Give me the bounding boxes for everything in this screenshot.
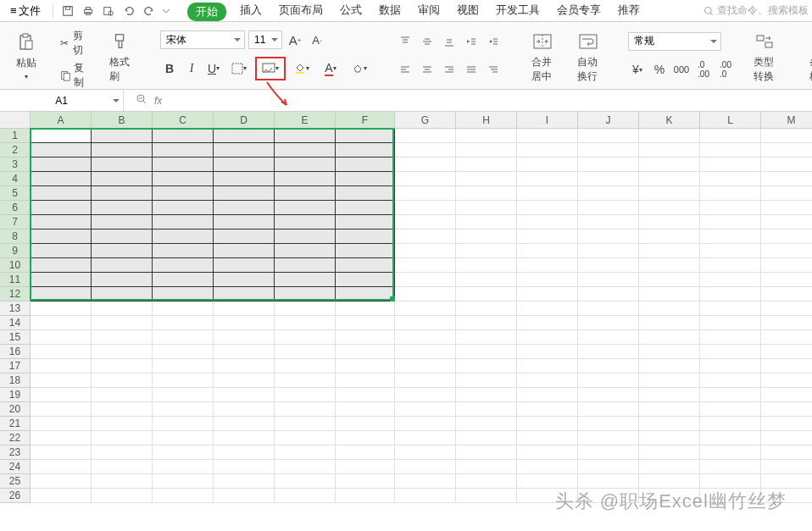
cell[interactable] [214,388,275,402]
font-size-select[interactable]: 11 [248,30,282,49]
align-right-button[interactable] [440,60,459,79]
cell[interactable] [153,273,214,287]
cell[interactable] [336,417,395,431]
cell[interactable] [456,258,517,273]
cell[interactable] [153,489,214,503]
row-header[interactable]: 11 [0,273,31,287]
cell[interactable] [456,359,517,373]
cell[interactable] [275,258,336,273]
justify-button[interactable] [462,60,481,79]
fill-color-button[interactable]: ▾ [289,59,314,78]
cell[interactable] [92,417,153,431]
cut-button[interactable]: ✂剪切 [56,27,91,59]
cell[interactable] [153,230,214,244]
cell[interactable] [456,186,517,201]
cell[interactable] [700,388,761,402]
cell[interactable] [336,201,395,215]
cell[interactable] [578,345,639,359]
cell[interactable] [31,273,92,287]
cell[interactable] [517,230,578,244]
cell[interactable] [31,301,92,316]
cell[interactable] [336,431,395,445]
cell[interactable] [92,460,153,474]
cell[interactable] [214,417,275,431]
cell[interactable] [31,431,92,445]
cell[interactable] [517,143,578,158]
cell[interactable] [92,172,153,186]
cell[interactable] [92,215,153,230]
cell[interactable] [395,373,456,388]
cell[interactable] [214,460,275,474]
cell[interactable] [761,373,812,388]
cell[interactable] [456,388,517,402]
cell[interactable] [639,244,700,258]
cell[interactable] [395,417,456,431]
cell[interactable] [31,316,92,330]
tab-start[interactable]: 开始 [187,3,226,21]
cell[interactable] [456,373,517,388]
cell[interactable] [456,201,517,215]
cell[interactable] [761,431,812,445]
cell[interactable] [153,287,214,301]
cell[interactable] [700,402,761,417]
underline-button[interactable]: U▾ [204,59,223,78]
cell[interactable] [761,402,812,417]
cell[interactable] [31,129,92,143]
cell[interactable] [31,445,92,460]
cell[interactable] [639,186,700,201]
row-header[interactable]: 22 [0,431,31,445]
cell[interactable] [92,258,153,273]
cell[interactable] [275,316,336,330]
cell[interactable] [700,215,761,230]
cell[interactable] [517,373,578,388]
cell[interactable] [700,460,761,474]
cell[interactable] [578,244,639,258]
cell[interactable] [31,417,92,431]
cell[interactable] [456,445,517,460]
cell[interactable] [700,129,761,143]
cell[interactable] [153,445,214,460]
formula-input[interactable] [174,90,812,111]
cell[interactable] [153,143,214,158]
align-middle-button[interactable] [418,32,437,51]
cell[interactable] [214,244,275,258]
cell[interactable] [275,158,336,172]
cell[interactable] [395,186,456,201]
cell[interactable] [639,359,700,373]
cell[interactable] [92,129,153,143]
cell[interactable] [639,345,700,359]
cell[interactable] [456,489,517,503]
cell[interactable] [761,143,812,158]
cell[interactable] [395,301,456,316]
cell[interactable] [517,330,578,345]
cell[interactable] [700,474,761,489]
cell[interactable] [336,273,395,287]
cell[interactable] [456,158,517,172]
percent-button[interactable]: % [650,60,669,79]
row-header[interactable]: 16 [0,345,31,359]
copy-button[interactable]: 复制 [56,59,91,91]
cell[interactable] [336,186,395,201]
cell[interactable] [395,445,456,460]
cell[interactable] [275,445,336,460]
cell[interactable] [456,244,517,258]
cell[interactable] [275,143,336,158]
cell[interactable] [92,244,153,258]
cell[interactable] [639,215,700,230]
comma-button[interactable]: 000 [672,60,691,79]
cell[interactable] [700,172,761,186]
cell[interactable] [92,158,153,172]
cell[interactable] [275,287,336,301]
cell[interactable] [153,244,214,258]
cell[interactable] [700,186,761,201]
cell[interactable] [700,445,761,460]
cell[interactable] [214,474,275,489]
cell[interactable] [92,230,153,244]
row-header[interactable]: 26 [0,489,31,503]
cell[interactable] [578,258,639,273]
cell[interactable] [761,417,812,431]
cell[interactable] [639,287,700,301]
column-header[interactable]: D [214,112,275,129]
cell[interactable] [153,201,214,215]
cell[interactable] [153,474,214,489]
